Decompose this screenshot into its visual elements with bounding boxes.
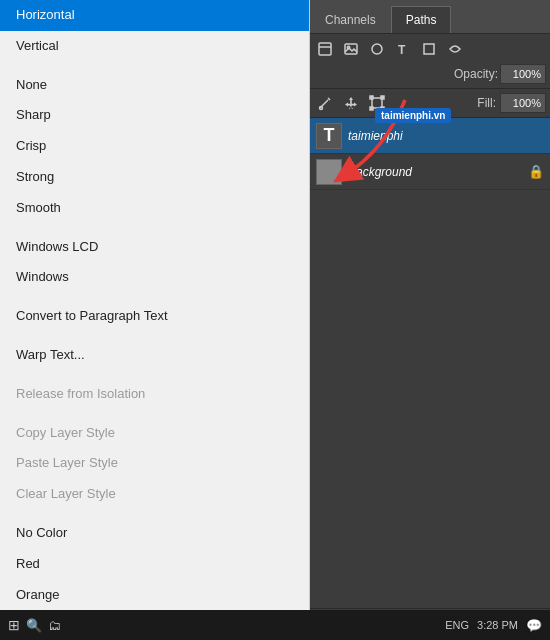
menu-separator [0, 224, 309, 232]
menu-separator [0, 293, 309, 301]
menu-item-crisp[interactable]: Crisp [0, 131, 309, 162]
svg-rect-12 [381, 107, 384, 110]
menu-item-no_color[interactable]: No Color [0, 518, 309, 549]
move-icon[interactable] [340, 92, 362, 114]
menu-item-convert_paragraph[interactable]: Convert to Paragraph Text [0, 301, 309, 332]
tab-channels[interactable]: Channels [310, 6, 391, 33]
right-panel: Channels Paths [310, 0, 550, 640]
layer-thumb-text: T [316, 123, 342, 149]
opacity-control: Opacity: [448, 64, 546, 84]
menu-item-none[interactable]: None [0, 70, 309, 101]
fill-label: Fill: [477, 96, 496, 110]
menu-item-windows_lcd[interactable]: Windows LCD [0, 232, 309, 263]
layers-icon[interactable] [314, 38, 336, 60]
menu-item-strong[interactable]: Strong [0, 162, 309, 193]
menu-item-release_isolation: Release from Isolation [0, 379, 309, 410]
layer-item-taimienphi[interactable]: T taimienphi [310, 118, 550, 154]
menu-item-copy_layer_style: Copy Layer Style [0, 418, 309, 449]
taskbar: ⊞ 🔍 🗂 ENG 3:28 PM 💬 [0, 610, 550, 640]
menu-item-orange[interactable]: Orange [0, 580, 309, 611]
lock-icon: 🔒 [528, 164, 544, 179]
panel-toolbar-2: Fill: [310, 89, 550, 118]
svg-rect-11 [370, 107, 373, 110]
crop-icon[interactable] [418, 38, 440, 60]
tab-paths[interactable]: Paths [391, 6, 452, 33]
smart-icon[interactable] [444, 38, 466, 60]
opacity-label: Opacity: [454, 67, 498, 81]
text-icon[interactable]: T [392, 38, 414, 60]
menu-item-paste_layer_style: Paste Layer Style [0, 448, 309, 479]
menu-item-clear_layer_style: Clear Layer Style [0, 479, 309, 510]
svg-rect-10 [381, 96, 384, 99]
svg-point-4 [372, 44, 382, 54]
taskbar-icon-task[interactable]: 🗂 [48, 618, 61, 633]
svg-rect-0 [319, 43, 331, 55]
menu-item-warp_text[interactable]: Warp Text... [0, 340, 309, 371]
svg-rect-6 [424, 44, 434, 54]
layer-thumb-bg [316, 159, 342, 185]
layers-list: T taimienphi Background 🔒 [310, 118, 550, 608]
fill-input[interactable] [500, 93, 546, 113]
panel-tabs: Channels Paths [310, 0, 550, 34]
taskbar-icon-start[interactable]: ⊞ [8, 617, 20, 633]
menu-separator [0, 62, 309, 70]
menu-item-red[interactable]: Red [0, 549, 309, 580]
menu-separator [0, 332, 309, 340]
layer-item-background[interactable]: Background 🔒 [310, 154, 550, 190]
taskbar-icon-search[interactable]: 🔍 [26, 618, 42, 633]
taskbar-lang: ENG [445, 619, 469, 631]
svg-text:T: T [398, 43, 406, 57]
menu-item-smooth[interactable]: Smooth [0, 193, 309, 224]
svg-rect-9 [370, 96, 373, 99]
layer-name-taimienphi: taimienphi [348, 129, 403, 143]
layer-name-background: Background [348, 165, 412, 179]
menu-separator [0, 510, 309, 518]
image-icon[interactable] [340, 38, 362, 60]
opacity-input[interactable] [500, 64, 546, 84]
transform-icon[interactable] [366, 92, 388, 114]
menu-separator [0, 410, 309, 418]
menu-item-horizontal[interactable]: Horizontal [0, 0, 309, 31]
taskbar-time: 3:28 PM [477, 619, 518, 631]
context-menu: HorizontalVerticalNoneSharpCrispStrongSm… [0, 0, 310, 640]
circle-icon[interactable] [366, 38, 388, 60]
panel-toolbar-1: T Opacity: [310, 34, 550, 89]
menu-item-vertical[interactable]: Vertical [0, 31, 309, 62]
text-layer-icon: T [324, 125, 335, 146]
menu-separator [0, 371, 309, 379]
brush-icon[interactable] [314, 92, 336, 114]
menu-item-windows[interactable]: Windows [0, 262, 309, 293]
menu-item-sharp[interactable]: Sharp [0, 100, 309, 131]
taskbar-notifications-icon[interactable]: 💬 [526, 618, 542, 633]
